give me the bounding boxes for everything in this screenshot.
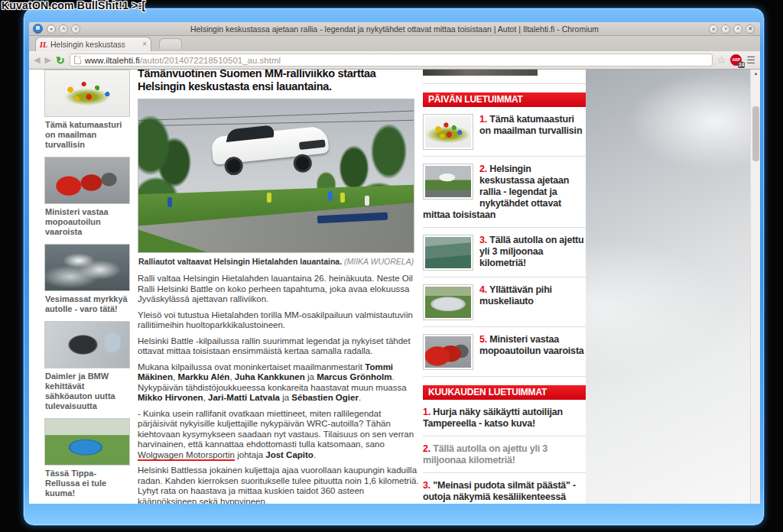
list-item[interactable]: 1. Hurja näky säikäytti autoilijan Tampe… <box>423 400 586 436</box>
titlebar[interactable]: Helsingin keskustassa ajetaan rallia - l… <box>29 22 760 36</box>
close-button[interactable]: ✕ <box>746 24 755 34</box>
list-item-caption[interactable]: Vesimassat myrkkyä autolle - varo tätä! <box>44 291 132 314</box>
rank-number: 5. <box>479 334 487 345</box>
photo-credit: (MIIKA WUORELA) <box>342 257 414 266</box>
list-item[interactable]: Tämä katumaasturi on maailman turvallisi… <box>44 70 132 150</box>
list-item-caption[interactable]: Tämä katumaasturi on maailman turvallisi… <box>44 117 132 150</box>
shade-button[interactable]: ⌅ <box>709 24 718 34</box>
tab-strip: IL Helsingin keskustass × <box>29 36 760 51</box>
list-item[interactable]: Vesimassat myrkkyä autolle - varo tätä! <box>44 244 132 314</box>
maximize-button[interactable]: ˄ <box>733 24 742 34</box>
thumbnail-silver-car[interactable] <box>423 284 473 320</box>
list-item[interactable]: 2. Tällä autolla on ajettu yli 3 miljoon… <box>423 436 586 473</box>
article-paragraph: Yleisö voi tutustua Hietalahden torilla … <box>138 310 419 331</box>
item-title[interactable]: "Meinasi pudota silmät päästä" - outoja … <box>423 480 576 502</box>
article-paragraph: Ralli valtaa Helsingin Hietalahden lauan… <box>138 274 419 305</box>
list-item[interactable]: 4. Yllättävän pihi muskeliauto <box>423 277 586 327</box>
cropped-thumbnail-fragment <box>423 70 538 76</box>
person-name: Jost Capito <box>265 450 314 459</box>
tab-title: Helsingin keskustass <box>50 40 139 49</box>
left-sidebar: Tämä katumaasturi on maailman turvallisi… <box>44 70 132 504</box>
wolgwagen-red-underline-annotation: Wolgwagen Motorsportin <box>138 450 235 461</box>
tab-close-icon[interactable]: × <box>142 41 147 48</box>
list-item[interactable]: 2. Helsingin keskustassa ajetaan rallia … <box>423 157 586 228</box>
list-item-caption[interactable]: Ministeri vastaa mopoautoilun vaaroista <box>44 204 132 237</box>
hamburger-menu-icon[interactable]: ☰ <box>746 54 755 66</box>
window-rollup-button[interactable]: ˄ <box>59 24 68 34</box>
page-icon[interactable] <box>74 56 81 64</box>
item-title[interactable]: Ministeri vastaa mopoautoilun vaaroista <box>479 334 584 356</box>
window-frame: Helsingin keskustassa ajetaan rallia - l… <box>23 8 765 526</box>
chromium-icon[interactable] <box>33 24 43 34</box>
thumbnail-green-car[interactable] <box>423 235 473 271</box>
article-column: Tämänvuotinen Suomen MM-ralliviikko star… <box>133 70 419 504</box>
right-sidebar: PÄIVÄN LUETUIMMAT 1. Tämä katumaasturi o… <box>423 70 586 504</box>
bookmark-star-icon[interactable]: ☆ <box>717 54 726 66</box>
thumbnail-rally-jump[interactable] <box>423 164 473 200</box>
list-item-caption[interactable]: Daimler ja BMW kehittävät sähköauton uut… <box>44 368 132 411</box>
spectator <box>365 196 369 206</box>
scrollbar-up-icon[interactable]: ▲ <box>751 71 760 76</box>
item-title[interactable]: Tällä autolla on ajettu yli 3 miljoonaa … <box>479 235 584 268</box>
list-item[interactable]: Daimler ja BMW kehittävät sähköauton uut… <box>44 321 132 411</box>
article-photo-frame <box>138 99 414 253</box>
minimize-button[interactable]: ˅ <box>721 24 730 34</box>
person-name: Markku Alén <box>177 372 229 381</box>
url-text[interactable]: www.iltalehti.fi/autot/2014072218510501_… <box>85 56 281 65</box>
article-paragraph: - Kuinka usein rallifanit ovatkaan miett… <box>138 409 419 461</box>
spectator <box>328 191 333 201</box>
tab-helsingin-keskustassa[interactable]: IL Helsingin keskustass × <box>35 37 151 51</box>
article-paragraph: Helsinki Battlessa jokainen kuljettaja a… <box>138 466 419 504</box>
item-title[interactable]: Yllättävän pihi muskeliauto <box>479 284 552 307</box>
photo-caption: Ralliautot valtaavat Helsingin Hietalahd… <box>133 253 419 266</box>
thumbnail-safety-frame-car[interactable] <box>44 70 130 117</box>
list-item-caption[interactable]: Tässä Tippa-Rellussa ei tule kuuma! <box>44 466 132 498</box>
list-item[interactable]: 3. Tällä autolla on ajettu yli 3 miljoon… <box>423 228 586 277</box>
url-path: /autot/2014072218510501_au.shtml <box>140 56 281 65</box>
thumbnail-red-mopo-cars[interactable] <box>423 334 473 370</box>
thumbnail-blue-car[interactable] <box>44 418 130 466</box>
thumbnail-red-mopo-cars[interactable] <box>44 157 130 204</box>
rank-number: 1. <box>479 114 487 125</box>
address-bar[interactable]: www.iltalehti.fi/autot/2014072218510501_… <box>70 54 713 66</box>
most-read-day-header: PÄIVÄN LUETUIMMAT <box>423 92 586 107</box>
person-name: Jari-Matti Latvala <box>208 393 280 402</box>
paragraph-text: ja <box>305 372 317 381</box>
paragraph-text: Helsinki Battlessa jokainen kuljettaja a… <box>138 466 419 504</box>
list-item[interactable]: Tässä Tippa-Rellussa ei tule kuuma! <box>44 418 132 498</box>
list-item[interactable]: 3. "Meinasi pudota silmät päästä" - outo… <box>423 473 586 504</box>
rank-number: 4. <box>479 284 487 295</box>
window-menu-button[interactable]: • <box>47 24 56 34</box>
article-paragraph: Helsinki Battle -kilpailussa rallin suur… <box>138 336 419 357</box>
reload-icon[interactable]: ↻ <box>56 55 65 66</box>
list-item[interactable]: Ministeri vastaa mopoautoilun vaaroista <box>44 157 132 237</box>
window-rolldown-button[interactable]: ˅ <box>71 24 80 34</box>
list-item[interactable]: 1. Tämä katumaasturi on maailman turvall… <box>423 107 586 157</box>
item-title[interactable]: Tämä katumaasturi on maailman turvallisi… <box>479 114 582 136</box>
person-name: Mikko Hirvonen <box>138 393 203 402</box>
rank-number: 2. <box>423 443 430 454</box>
page-scrollbar[interactable]: ▲ <box>750 70 760 504</box>
abp-badge: 24 <box>738 62 745 68</box>
item-title[interactable]: Tällä autolla on ajettu yli 3 miljoonaa … <box>423 443 547 466</box>
desktop-background: KuvatON.com BullShit!1 >:[ Helsingin kes… <box>0 0 783 532</box>
new-tab-button[interactable] <box>159 38 182 49</box>
item-title[interactable]: Hurja näky säikäytti autoilijan Tamperee… <box>423 407 563 429</box>
iltalehti-favicon: IL <box>40 41 47 49</box>
thumbnail-safety-frame-car[interactable] <box>423 114 473 150</box>
url-domain: www.iltalehti.fi <box>85 56 140 65</box>
kuvaton-watermark: KuvatON.com BullShit!1 >:[ <box>2 0 145 11</box>
page-background-image <box>586 70 750 504</box>
paragraph-text: Yleisö voi tutustua Hietalahden torilla … <box>138 310 413 330</box>
rank-number: 2. <box>479 164 487 174</box>
adblock-plus-icon[interactable]: ABP24 <box>730 54 742 66</box>
back-icon[interactable]: ◀ <box>34 55 40 65</box>
browser-toolbar: ◀ ▶ ↻ www.iltalehti.fi/autot/20140722185… <box>29 51 760 70</box>
thumbnail-water-splash[interactable] <box>44 244 130 291</box>
list-item[interactable]: 5. Ministeri vastaa mopoautoilun vaarois… <box>423 327 586 377</box>
thumbnail-charging-plug[interactable] <box>44 321 130 368</box>
scrollbar-thumb[interactable] <box>752 106 759 161</box>
spectator <box>267 193 271 203</box>
forward-icon[interactable]: ▶ <box>44 55 50 65</box>
paragraph-text: - Kuinka usein rallifanit ovatkaan miett… <box>138 409 414 449</box>
